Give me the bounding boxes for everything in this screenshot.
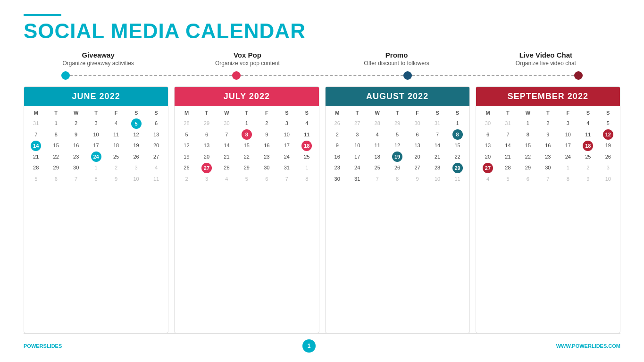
june-cell: 6 xyxy=(46,174,66,185)
july-week-6: 2 3 4 5 6 7 8 xyxy=(176,174,317,185)
september-header: SEPTEMBER 2022 xyxy=(476,87,620,106)
sep-cell-highlight-12: 12 xyxy=(603,129,613,140)
june-header: JUNE 2022 xyxy=(24,87,168,106)
june-week-4: 21 22 23 24 25 26 27 xyxy=(26,152,166,162)
category-livevideo-sub: Organize live video chat xyxy=(471,60,620,67)
june-cell: 2 xyxy=(106,162,126,173)
footer-url: WWW.POWERLIDES.COM xyxy=(556,343,620,349)
sep-week-3: 13 14 15 16 17 18 19 xyxy=(478,140,618,151)
june-cell: 4 xyxy=(146,162,166,173)
june-cell: 19 xyxy=(126,140,146,151)
june-cell: 10 xyxy=(126,174,146,185)
timeline-dot-voxpop xyxy=(232,71,241,80)
category-promo-title: Promo xyxy=(322,51,471,59)
july-week-3: 12 13 14 15 16 17 18 xyxy=(176,140,317,151)
june-cell: 1 xyxy=(46,118,66,129)
june-cell-highlight-14: 14 xyxy=(31,141,41,151)
timeline xyxy=(24,71,620,80)
day-t: T xyxy=(46,109,66,117)
footer-page-number: 1 xyxy=(302,339,316,353)
june-cell: 7 xyxy=(26,129,46,140)
day-f: F xyxy=(106,109,126,117)
june-cell-highlight-24: 24 xyxy=(91,152,101,162)
aug-cell-highlight-29: 29 xyxy=(452,163,463,173)
title-colored: CALENDAR xyxy=(185,19,306,42)
august-day-labels: M T W T F S S xyxy=(327,109,468,117)
category-livevideo-title: Live Video Chat xyxy=(471,51,620,59)
june-cell: 8 xyxy=(46,129,66,140)
timeline-line-1 xyxy=(70,75,232,76)
july-week-5: 26 27 28 29 30 31 1 xyxy=(176,162,317,173)
june-cell: 16 xyxy=(66,140,86,151)
june-cell: 3 xyxy=(86,118,106,129)
category-voxpop-sub: Organize vox pop content xyxy=(173,60,322,67)
june-cell: 23 xyxy=(66,152,86,162)
aug-week-2: 2 3 4 5 6 7 8 xyxy=(327,129,468,140)
sep-cell-highlight-27: 27 xyxy=(483,163,493,173)
category-voxpop-title: Vox Pop xyxy=(173,51,322,59)
footer-slides: SLIDES xyxy=(43,343,62,349)
july-cell-highlight-18: 18 xyxy=(301,141,312,151)
header-accent-line xyxy=(24,14,61,16)
page: SOCIAL MEDIA CALENDAR Giveaway Organize … xyxy=(0,0,644,362)
timeline-line-3 xyxy=(412,75,574,76)
calendar-july: JULY 2022 M T W T F S S 28 29 30 1 2 xyxy=(174,86,319,333)
category-giveaway-title: Giveaway xyxy=(24,51,173,59)
june-cell: 26 xyxy=(126,152,146,162)
june-cell: 11 xyxy=(146,174,166,185)
june-cell: 10 xyxy=(86,129,106,140)
june-cell: 25 xyxy=(106,152,126,162)
aug-week-5: 23 24 25 26 27 28 29 xyxy=(327,162,468,173)
calendar-september: SEPTEMBER 2022 M T W T F S S 30 31 1 2 3 xyxy=(476,86,620,333)
june-cell: 9 xyxy=(66,129,86,140)
july-header: JULY 2022 xyxy=(175,87,318,106)
day-t2: T xyxy=(86,109,106,117)
calendar-june: JUNE 2022 M T W T F S S 31 1 2 3 4 xyxy=(24,86,168,333)
august-body: M T W T F S S 26 27 28 29 30 31 1 xyxy=(326,106,469,187)
sep-week-1: 30 31 1 2 3 4 5 xyxy=(478,118,618,129)
june-cell: 5 xyxy=(26,174,46,185)
header: SOCIAL MEDIA CALENDAR xyxy=(24,14,620,42)
june-cell: 12 xyxy=(126,129,146,140)
june-cell: 15 xyxy=(46,140,66,151)
june-week-5: 28 29 30 1 2 3 4 xyxy=(26,162,166,173)
footer-power: POWER xyxy=(24,343,43,349)
sep-week-2: 6 7 8 9 10 11 12 xyxy=(478,129,618,140)
june-cell: 17 xyxy=(86,140,106,151)
aug-week-6: 30 31 7 8 9 10 11 xyxy=(327,174,468,185)
footer: POWERSLIDES 1 WWW.POWERLIDES.COM xyxy=(24,333,620,353)
aug-week-3: 9 10 11 12 13 14 15 xyxy=(327,140,468,151)
aug-week-1: 26 27 28 29 30 31 1 xyxy=(327,118,468,129)
september-day-labels: M T W T F S S xyxy=(478,109,618,117)
sep-cell-highlight-18: 18 xyxy=(583,141,593,151)
june-cell: 11 xyxy=(106,129,126,140)
june-cell: 8 xyxy=(86,174,106,185)
july-cell-highlight-27: 27 xyxy=(201,163,212,173)
june-cell: 7 xyxy=(66,174,86,185)
june-cell: 30 xyxy=(66,162,86,173)
june-cell: 1 xyxy=(86,162,106,173)
day-s2: S xyxy=(146,109,166,117)
june-cell: 18 xyxy=(106,140,126,151)
sep-week-6: 4 5 6 7 8 9 10 xyxy=(478,174,618,185)
timeline-dot-promo xyxy=(403,71,412,80)
july-week-2: 5 6 7 8 9 10 11 xyxy=(176,129,317,140)
category-giveaway: Giveaway Organize giveaway activities xyxy=(24,51,173,67)
category-promo-sub: Offer discount to followers xyxy=(322,60,471,67)
footer-brand: POWERSLIDES xyxy=(24,343,62,349)
day-w: W xyxy=(66,109,86,117)
june-cell: 20 xyxy=(146,140,166,151)
timeline-dot-giveaway xyxy=(61,71,70,80)
june-cell: 2 xyxy=(66,118,86,129)
title-black: SOCIAL MEDIA xyxy=(24,19,179,42)
september-body: M T W T F S S 30 31 1 2 3 4 5 xyxy=(476,106,620,187)
sep-week-5: 27 28 29 30 1 2 3 xyxy=(478,162,618,173)
june-cell: 9 xyxy=(106,174,126,185)
august-header: AUGUST 2022 xyxy=(326,87,469,106)
category-livevideo: Live Video Chat Organize live video chat xyxy=(471,51,620,67)
june-day-labels: M T W T F S S xyxy=(26,109,166,117)
aug-week-4: 16 17 18 19 20 21 22 xyxy=(327,152,468,162)
july-week-1: 28 29 30 1 2 3 4 xyxy=(176,118,317,129)
june-body: M T W T F S S 31 1 2 3 4 5 6 xyxy=(24,106,168,187)
june-cell: 27 xyxy=(146,152,166,162)
